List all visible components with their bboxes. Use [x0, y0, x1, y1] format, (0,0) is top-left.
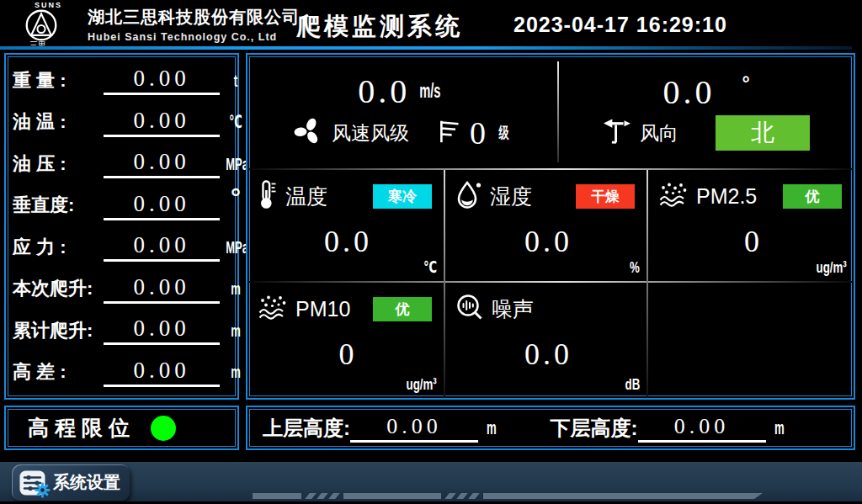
sensor-head: PM10 优 [258, 293, 439, 325]
company-name: 湖北三思科技股份有限公司 Hubei Sansi Technology Co.,… [88, 6, 300, 43]
wind-speed-label: 风速风级 [332, 120, 409, 146]
sliders-gear-icon [19, 470, 45, 496]
sensor-head: 温度 寒冷 [258, 180, 439, 212]
sensor-cell-pm10: PM10 优 0 ug/m³ [247, 283, 444, 398]
lower-height-value: 0.00 [638, 414, 766, 443]
sensor-unit: ℃ [423, 257, 437, 277]
stripe-slash [468, 493, 479, 499]
status-badge: 干燥 [576, 184, 635, 209]
wind-direction-line: 风向 北 [603, 115, 810, 151]
thermometer-icon [258, 179, 278, 213]
lower-height-unit: m [774, 417, 785, 439]
sensor-cell-noise: 噪声 0.0 dB [445, 283, 646, 398]
measure-row-height-diff: 高 差 : 0.00 m [13, 352, 237, 394]
measure-unit: MPa [226, 237, 246, 257]
elevation-limit-box: 高程限位 [4, 406, 239, 450]
measure-label: 重 量 : [13, 68, 104, 93]
stripe-bar [483, 493, 763, 499]
dust-particles-icon [658, 181, 689, 211]
measure-row-current-climb: 本次爬升: 0.00 m [13, 268, 237, 310]
environment-panel: 0.0 m/s 风速风级 [246, 53, 855, 400]
sensor-unit: ug/m³ [817, 258, 847, 277]
measure-row-verticality: 垂直度: 0.00 ° [13, 185, 237, 227]
wind-speed-section: 0.0 m/s 风速风级 [247, 55, 557, 168]
sensor-value: 0 [258, 337, 439, 372]
stripe-bar [343, 493, 441, 499]
wind-speed-value: 0.0 [358, 72, 410, 111]
wind-speed-unit: m/s [419, 80, 440, 103]
stripe-slash [456, 493, 467, 499]
settings-button-label: 系统设置 [53, 471, 120, 494]
fan-icon [293, 116, 323, 150]
wind-flag-icon [438, 118, 461, 148]
sensor-unit: ug/m³ [407, 375, 437, 394]
wind-speed-value-line: 0.0 m/s [358, 72, 447, 111]
dust-particles-icon [258, 294, 288, 324]
droplet-icon [455, 180, 482, 212]
footer-bar: 系统设置 [0, 462, 862, 501]
measure-value: 0.00 [104, 191, 220, 220]
measure-value: 0.00 [104, 274, 220, 304]
lower-height-label: 下层高度: [551, 415, 638, 442]
measure-label: 垂直度: [13, 193, 104, 218]
wind-direction-unit: ° [742, 72, 749, 95]
measure-label: 高 差 : [13, 359, 104, 385]
measure-label: 油 温 : [13, 109, 104, 135]
layer-heights-box: 上层高度: 0.00 m 下层高度: 0.00 m [246, 406, 855, 450]
wind-level-line: 风速风级 0 级 [293, 114, 512, 151]
sensor-value: 0.0 [258, 224, 439, 259]
gear-icon [35, 482, 51, 501]
status-badge: 寒冷 [373, 184, 432, 209]
datetime-display: 2023-04-17 16:29:10 [513, 13, 727, 37]
upper-height-label: 上层高度: [263, 415, 350, 442]
measure-value: 0.00 [104, 358, 220, 387]
wind-direction-button[interactable]: 北 [716, 115, 810, 151]
measure-unit: ℃ [226, 112, 246, 132]
measure-label: 油 压 : [13, 151, 104, 177]
measure-value: 0.00 [104, 316, 220, 345]
measure-label: 应 力 : [13, 235, 104, 260]
sensor-cell-humidity: 湿度 干燥 0.0 % [445, 170, 646, 281]
wind-level-value: 0 [470, 114, 487, 151]
upper-height-value: 0.00 [350, 414, 478, 443]
elevation-status-indicator [151, 416, 176, 441]
wind-vane-icon [603, 118, 631, 148]
measure-row-stress: 应 力 : 0.00 MPa [13, 226, 237, 268]
sensor-name: 噪声 [492, 295, 534, 323]
status-badge: 优 [373, 297, 432, 321]
wind-level-unit: 级 [498, 122, 508, 144]
sensor-value: 0.0 [455, 224, 641, 259]
footer-decorative-stripes [253, 493, 763, 499]
measure-unit: m [226, 362, 246, 382]
stripe-slash [328, 493, 339, 499]
measure-value: 0.00 [104, 149, 220, 178]
company-name-en: Hubei Sansi Technology Co., Ltd [88, 31, 300, 43]
system-settings-button[interactable]: 系统设置 [12, 464, 130, 501]
stripe-bar [253, 493, 301, 499]
stripe-slash [317, 493, 327, 499]
header-bar: SUNS 三思 湖北三思科技股份有限公司 Hubei Sansi Technol… [0, 0, 862, 50]
measure-unit: MPa [226, 154, 246, 174]
measure-label: 本次爬升: [13, 276, 104, 301]
sensor-head: 噪声 [455, 293, 641, 325]
wind-direction-label: 风向 [640, 120, 678, 146]
measure-row-weight: 重 量 : 0.00 t [13, 60, 237, 102]
elevation-limit-label: 高程限位 [28, 414, 136, 442]
sensor-head: PM2.5 优 [658, 180, 849, 212]
wind-direction-section: 0.0 ° 风向 北 [559, 55, 854, 168]
sensor-value: 0.0 [455, 337, 641, 372]
status-badge: 优 [783, 184, 842, 209]
company-logo: SUNS 三思 [22, 0, 91, 50]
sensor-name: PM10 [295, 297, 350, 321]
stripe-slash [305, 493, 316, 499]
page-title: 爬模监测系统 [296, 10, 463, 44]
measure-unit: m [226, 321, 246, 341]
sensor-name: 温度 [285, 183, 327, 210]
sensor-unit: dB [625, 375, 640, 394]
sound-magnifier-icon [455, 293, 484, 325]
sensor-head: 湿度 干燥 [455, 180, 641, 212]
wind-direction-value: 0.0 [662, 72, 715, 112]
sensor-value: 0 [658, 224, 849, 259]
measure-row-oil-temp: 油 温 : 0.00 ℃ [13, 102, 237, 144]
measure-value: 0.00 [104, 232, 220, 262]
